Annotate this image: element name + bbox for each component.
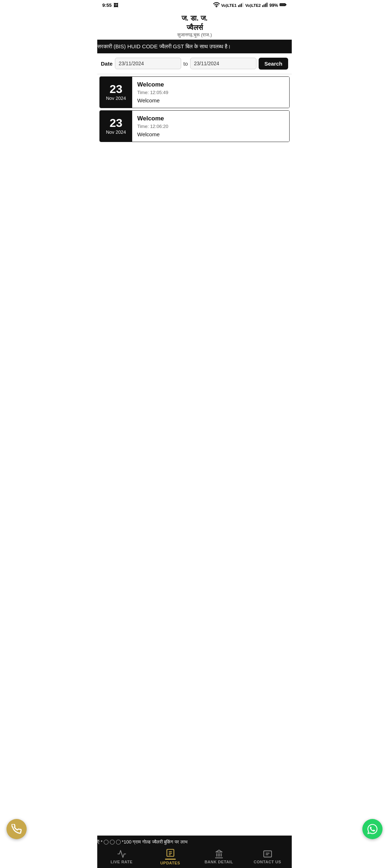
nav-updates-label: UPDATES [160,861,180,865]
notifications-list: 23 Nov 2024 Welcome Time: 12:05:49 Welco… [97,76,292,142]
svg-rect-7 [265,4,266,7]
logo: ज. डा. ज. ज्वैलर्स सुजानगढ़,चूरू (राज.) [177,13,212,38]
svg-point-0 [216,6,217,7]
marquee-banner: सरकारी (BIS) HUID CODE ज्वैलरी GST बिल क… [97,40,292,53]
notif-day-2: 23 [109,117,122,129]
signal-lte: Vo)LTE1 [221,3,237,8]
logo-line2: ज्वैलर्स [177,23,212,32]
date-label: Date [101,61,113,67]
notif-day-1: 23 [109,83,122,95]
svg-rect-4 [242,3,243,7]
nav-live-rate-label: LIVE RATE [111,860,133,864]
nav-bank-detail-label: BANK DETAIL [205,860,233,864]
notif-card-2: 23 Nov 2024 Welcome Time: 12:06:20 Welco… [99,110,290,142]
notif-title-2: Welcome [137,115,284,122]
from-date-input[interactable] [115,58,181,69]
notif-time-1: Time: 12:05:49 [137,90,284,95]
nav-contact-us[interactable]: CONTACT US [243,849,292,864]
svg-rect-1 [238,5,239,7]
svg-marker-20 [216,850,222,852]
notif-content-1: Welcome Time: 12:05:49 Welcome [132,77,289,108]
notif-message-2: Welcome [137,131,284,137]
to-label: to [183,61,188,67]
notif-title-1: Welcome [137,81,284,88]
svg-rect-8 [267,3,267,7]
search-button[interactable]: Search [259,58,288,70]
notif-month-year-2: Nov 2024 [106,129,126,135]
svg-rect-2 [240,4,240,7]
bottom-nav: LIVE RATE UPDATES BANK DETAIL CONTACT US [97,846,292,868]
nav-updates[interactable]: UPDATES [146,848,194,865]
svg-rect-10 [285,4,286,5]
status-right: Vo)LTE1 Vo)LTE2 99% [213,2,287,8]
notif-content-2: Welcome Time: 12:06:20 Welcome [132,111,289,142]
logo-line1: ज. डा. ज. [177,13,212,23]
time: 9:55 [102,3,112,8]
svg-rect-6 [264,4,264,7]
signal-bars2 [262,2,268,8]
marquee-text: सरकारी (BIS) HUID CODE ज्वैलरी GST बिल क… [97,43,231,50]
signal-bars1 [238,2,244,8]
nav-bank-detail[interactable]: BANK DETAIL [194,849,243,864]
to-date-input[interactable] [190,58,256,69]
notif-month-year-1: Nov 2024 [106,96,126,101]
notif-time-2: Time: 12:06:20 [137,124,284,129]
svg-rect-21 [264,851,272,857]
battery-icon [280,3,287,8]
status-left: 9:55 🖼 [102,3,118,8]
header: ज. डा. ज. ज्वैलर्स सुजानगढ़,चूरू (राज.) [97,10,292,40]
gallery-icon: 🖼 [113,3,118,8]
battery-percent: 99% [269,3,278,8]
svg-rect-3 [241,4,242,7]
notif-date-block-1: 23 Nov 2024 [100,77,132,108]
notif-card-1: 23 Nov 2024 Welcome Time: 12:05:49 Welco… [99,76,290,108]
logo-sub: सुजानगढ़,चूरू (राज.) [177,32,212,38]
notif-message-1: Welcome [137,97,284,103]
ticker-text: ऍ * ◯ ◯ ◯ *100 ग्राम गोल्ड ज्वैलरी बुकिं… [97,839,188,845]
nav-contact-us-label: CONTACT US [254,860,281,864]
svg-rect-5 [262,5,263,7]
signal-lte2: Vo)LTE2 [245,3,261,8]
nav-live-rate[interactable]: LIVE RATE [97,849,146,864]
wifi-icon [213,2,220,8]
status-bar: 9:55 🖼 Vo)LTE1 Vo)LTE2 99% [97,0,292,10]
date-search-bar: Date to Search [97,53,292,74]
svg-rect-9 [280,3,286,6]
notif-date-block-2: 23 Nov 2024 [100,111,132,142]
